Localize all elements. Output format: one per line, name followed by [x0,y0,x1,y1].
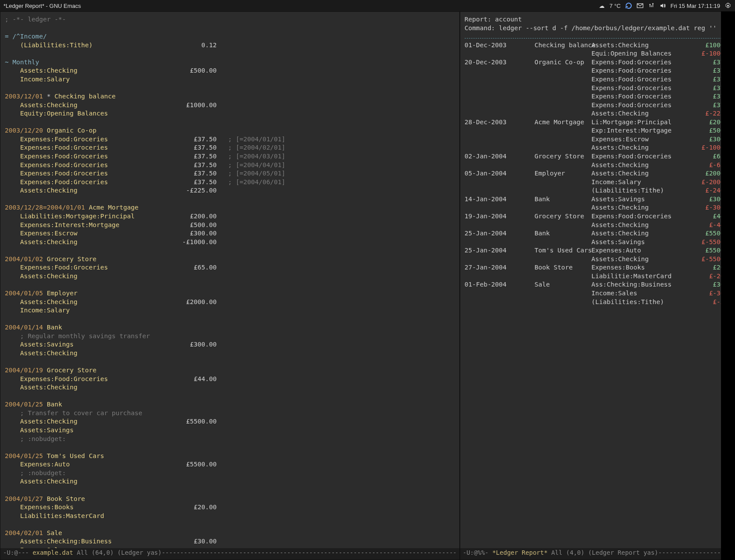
left-pane: ; -*- ledger -*- = /^Income/ (Liabilitie… [0,11,460,560]
report-row: 28-Dec-2003Acme MortgageLi:Mortgage:Prin… [465,118,735,127]
report-row: Expens:Food:Groceries£37.50£150.00 [465,84,735,93]
network-icon[interactable] [648,2,655,9]
report-row: Expens:Food:Groceries£37.50£187.50 [465,92,735,101]
refresh-icon[interactable] [625,2,632,9]
report-row: 02-Jan-2004Grocery StoreExpens:Food:Groc… [465,152,735,161]
weather-temp: 7 °C [609,3,620,9]
report-row: Assets:Savings£-5500.00£-240.00 [465,238,735,247]
report-row: 19-Jan-2004Grocery StoreExpens:Food:Groc… [465,212,735,221]
report-row: 25-Jan-2004BankAssets:Checking£5500.00£5… [465,229,735,238]
report-row: 01-Feb-2004SaleAss:Checking:Business£30.… [465,280,735,289]
report-row: 01-Dec-2003Checking balanceAssets:Checki… [465,41,735,50]
weather-icon: ☁ [598,2,605,9]
report-row: Liabilitie:MasterCard£-20.00£-240.00 [465,272,735,281]
report-row: Exp:Interest:Mortgage£500.00£700.00 [465,126,735,135]
report-row: Assets:Checking£-5500.00£-240.00 [465,255,735,264]
report-row: 27-Jan-2004Book StoreExpenses:Books£20.0… [465,263,735,272]
report-row: Equi:Opening Balances£-1000.000 [465,49,735,58]
report-row: Income:Salary£-2000.000 [465,178,735,187]
report-row: 20-Dec-2003Organic Co-opExpens:Food:Groc… [465,58,735,67]
report-row: Expens:Food:Groceries£37.50£75.00 [465,66,735,75]
right-pane: Report: account Command: ledger --sort d… [460,11,735,560]
modeline-left: -U:@--- example.dat All (64,0) (Ledger y… [0,548,459,560]
report-row: Assets:Checking£-300.00£-240.00 [465,203,735,212]
report-row: Expenses:Escrow£300.00£1000.00 [465,135,735,144]
volume-icon[interactable] [659,2,666,9]
report-row: 25-Jan-2004Tom's Used CarsExpenses:Auto£… [465,246,735,255]
gnome-topbar: *Ledger Report* - GNU Emacs ☁ 7 °C Fri 1… [0,0,735,12]
system-tray: ☁ 7 °C Fri 15 Mar 17:11:19 [598,2,732,9]
report-row: Income:Sales£-30.00£-240.00 [465,289,735,298]
report-row: Assets:Checking£-1000.000 [465,144,735,152]
report-row: Expens:Food:Groceries£37.50£225.00 [465,101,735,110]
report-row: Expens:Food:Groceries£37.50£112.50 [465,75,735,84]
report-row: 05-Jan-2004EmployerAssets:Checking£2000.… [465,169,735,178]
clock: Fri 15 Mar 17:11:19 [671,3,720,9]
mail-icon[interactable] [637,2,644,9]
report-row: Assets:Checking£-225.000 [465,109,735,118]
report-row: (Liabilities:Tithe)£-3.60£-243.60 [465,298,735,307]
report-row: 14-Jan-2004BankAssets:Savings£300.00£60.… [465,195,735,204]
svg-point-0 [727,5,729,7]
modeline-right: -U:@%%- *Ledger Report* All (4,0) (Ledge… [460,548,735,560]
ledger-source-buffer[interactable]: ; -*- ledger -*- = /^Income/ (Liabilitie… [0,12,459,548]
window-title: *Ledger Report* - GNU Emacs [4,3,598,9]
settings-icon[interactable] [724,2,732,9]
ledger-report-buffer[interactable]: Report: account Command: ledger --sort d… [460,12,735,548]
desktop-gutter [721,11,735,560]
report-row: Assets:Checking£-44.00£-240.00 [465,221,735,230]
report-row: Assets:Checking£-65.000 [465,161,735,170]
report-row: (Liabilities:Tithe)£-240.00£-240.00 [465,186,735,195]
